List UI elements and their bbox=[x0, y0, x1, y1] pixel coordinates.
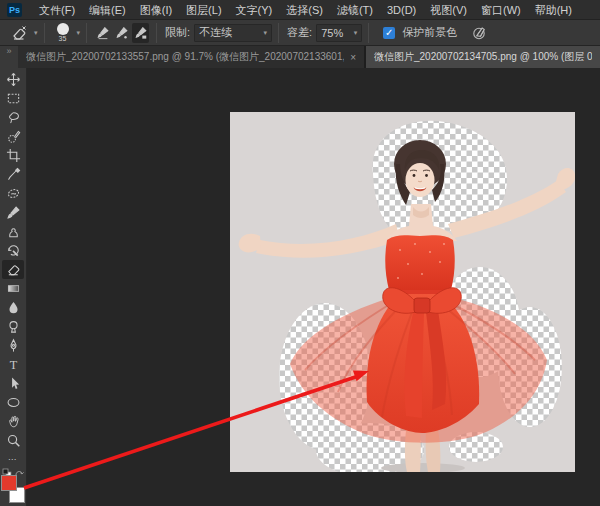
clone-stamp-tool[interactable] bbox=[2, 222, 24, 241]
limit-value: 不连续 bbox=[199, 25, 232, 40]
pen-pressure-icon[interactable] bbox=[471, 25, 487, 41]
sampling-continuous-button[interactable] bbox=[94, 23, 111, 43]
background-eraser-tool-icon[interactable] bbox=[6, 24, 32, 42]
menu-filter[interactable]: 滤镜(T) bbox=[330, 0, 380, 20]
tolerance-label: 容差: bbox=[287, 25, 312, 40]
tab-title: 微信图片_20200702134705.png @ 100% (图层 0, RG… bbox=[374, 50, 592, 64]
document-tab-1[interactable]: 微信图片_20200702133557.png @ 91.7% (微信图片_20… bbox=[18, 46, 366, 68]
divider bbox=[278, 23, 279, 43]
menu-edit[interactable]: 编辑(E) bbox=[82, 0, 133, 20]
workspace: T … bbox=[0, 68, 600, 506]
divider bbox=[86, 23, 87, 43]
menu-file[interactable]: 文件(F) bbox=[32, 0, 82, 20]
tab-close-icon[interactable]: × bbox=[350, 52, 356, 63]
canvas-pasteboard bbox=[27, 68, 600, 506]
menu-image[interactable]: 图像(I) bbox=[133, 0, 179, 20]
menu-help[interactable]: 帮助(H) bbox=[528, 0, 579, 20]
tools-panel: T … bbox=[0, 68, 27, 506]
toolbar-collapse-icon[interactable]: » bbox=[0, 46, 18, 68]
type-tool[interactable]: T bbox=[2, 355, 24, 374]
sampling-once-button[interactable] bbox=[113, 23, 130, 43]
move-tool[interactable] bbox=[2, 70, 24, 89]
document-tab-bar: » 微信图片_20200702133557.png @ 91.7% (微信图片_… bbox=[0, 46, 600, 68]
menu-3d[interactable]: 3D(D) bbox=[380, 0, 423, 20]
limit-label: 限制: bbox=[165, 25, 190, 40]
healing-brush-tool[interactable] bbox=[2, 184, 24, 203]
zoom-tool[interactable] bbox=[2, 431, 24, 450]
dodge-tool[interactable] bbox=[2, 317, 24, 336]
menu-bar: Ps 文件(F) 编辑(E) 图像(I) 图层(L) 文字(Y) 选择(S) 滤… bbox=[0, 0, 600, 20]
brush-tool[interactable] bbox=[2, 203, 24, 222]
limit-dropdown[interactable]: 不连续 ▾ bbox=[194, 24, 272, 42]
lasso-tool[interactable] bbox=[2, 108, 24, 127]
divider bbox=[368, 23, 369, 43]
tool-preset-chevron-icon[interactable]: ▾ bbox=[34, 29, 38, 37]
menu-view[interactable]: 视图(V) bbox=[423, 0, 474, 20]
gradient-tool[interactable] bbox=[2, 279, 24, 298]
protect-foreground-checkbox[interactable]: ✓ bbox=[383, 27, 395, 39]
path-selection-tool[interactable] bbox=[2, 374, 24, 393]
pen-tool[interactable] bbox=[2, 336, 24, 355]
shape-tool[interactable] bbox=[2, 393, 24, 412]
crop-tool[interactable] bbox=[2, 146, 24, 165]
foreground-color-swatch[interactable] bbox=[1, 475, 17, 491]
edit-toolbar-ellipsis-icon[interactable]: … bbox=[8, 453, 19, 462]
tab-title: 微信图片_20200702133557.png @ 91.7% (微信图片_20… bbox=[26, 50, 344, 64]
menu-layer[interactable]: 图层(L) bbox=[179, 0, 228, 20]
options-bar: ▾ 35 ▾ 限制: 不连续 ▾ 容差: 75% ▾ bbox=[0, 20, 600, 46]
eyedropper-tool[interactable] bbox=[2, 165, 24, 184]
svg-text:T: T bbox=[9, 358, 17, 372]
photoshop-logo: Ps bbox=[7, 3, 22, 17]
brush-circle-icon bbox=[57, 23, 69, 35]
document-tab-2-active[interactable]: 微信图片_20200702134705.png @ 100% (图层 0, RG… bbox=[366, 46, 600, 68]
brush-picker-chevron-icon[interactable]: ▾ bbox=[77, 29, 81, 37]
hand-tool[interactable] bbox=[2, 412, 24, 431]
blur-tool[interactable] bbox=[2, 298, 24, 317]
menu-type[interactable]: 文字(Y) bbox=[229, 0, 280, 20]
brush-size-value: 35 bbox=[59, 35, 67, 43]
chevron-down-icon: ▾ bbox=[354, 29, 358, 37]
tolerance-dropdown[interactable]: 75% ▾ bbox=[316, 24, 362, 42]
color-swatches bbox=[0, 475, 26, 503]
menu-window[interactable]: 窗口(W) bbox=[474, 0, 528, 20]
divider bbox=[44, 23, 45, 43]
history-brush-tool[interactable] bbox=[2, 241, 24, 260]
canvas-photo[interactable] bbox=[230, 112, 575, 472]
background-eraser-tool[interactable] bbox=[2, 260, 24, 279]
menu-select[interactable]: 选择(S) bbox=[279, 0, 330, 20]
divider bbox=[156, 23, 157, 43]
tolerance-value: 75% bbox=[321, 27, 343, 39]
brush-preview[interactable]: 35 bbox=[51, 23, 75, 43]
protect-foreground-label: 保护前景色 bbox=[402, 25, 457, 40]
quick-selection-tool[interactable] bbox=[2, 127, 24, 146]
sampling-background-swatch-button[interactable] bbox=[132, 23, 149, 43]
default-colors-controls bbox=[1, 464, 25, 474]
marquee-tool[interactable] bbox=[2, 89, 24, 108]
chevron-down-icon: ▾ bbox=[264, 29, 268, 37]
